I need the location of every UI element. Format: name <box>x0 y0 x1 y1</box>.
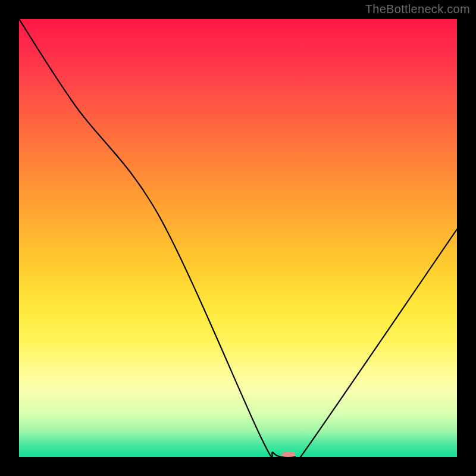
plot-area <box>19 19 457 457</box>
chart-frame: TheBottleneck.com <box>0 0 476 476</box>
curve-path <box>19 19 457 457</box>
bottleneck-curve <box>19 19 457 457</box>
watermark-text: TheBottleneck.com <box>365 2 470 16</box>
